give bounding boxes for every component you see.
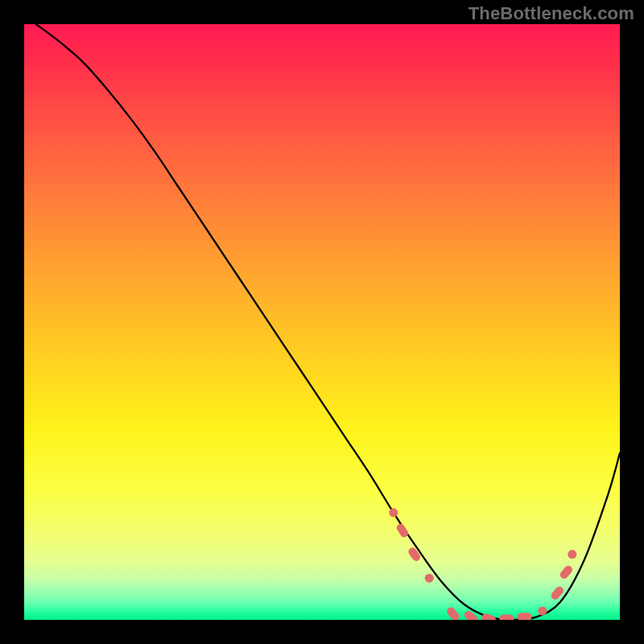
marker-dot bbox=[425, 574, 434, 583]
curve-layer bbox=[24, 24, 620, 620]
marker-dot bbox=[568, 550, 576, 559]
marker-capsule bbox=[407, 546, 421, 562]
highlight-markers bbox=[389, 508, 576, 620]
marker-capsule bbox=[499, 615, 514, 620]
marker-capsule bbox=[395, 522, 410, 539]
marker-capsule bbox=[559, 564, 574, 580]
marker-dot bbox=[538, 606, 547, 615]
marker-dot bbox=[389, 508, 398, 517]
marker-capsule bbox=[481, 613, 497, 620]
bottleneck-curve bbox=[36, 24, 620, 620]
chart-frame: TheBottleneck.com bbox=[0, 0, 644, 644]
marker-capsule bbox=[518, 613, 532, 620]
marker-capsule bbox=[445, 605, 460, 620]
marker-capsule bbox=[463, 609, 479, 620]
plot-area bbox=[24, 24, 620, 620]
watermark-label: TheBottleneck.com bbox=[469, 3, 634, 24]
